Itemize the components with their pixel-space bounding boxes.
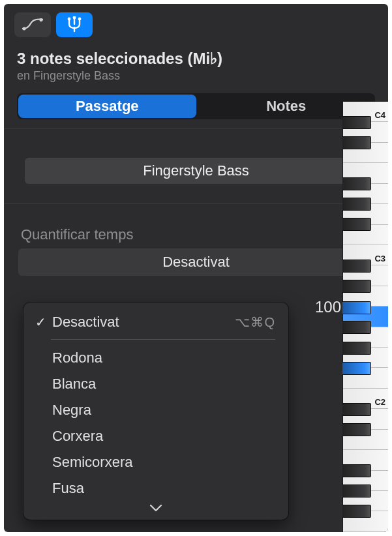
selection-subtitle: en Fingerstyle Bass (17, 69, 375, 83)
svg-point-4 (78, 18, 82, 21)
selection-title: 3 notes seleccionades (Mi♭) (17, 50, 375, 68)
quantize-select[interactable]: Desactivat (18, 248, 374, 276)
toolbar (4, 4, 388, 40)
quantize-value: Desactivat (162, 254, 230, 271)
strength-value: 100 (315, 298, 341, 316)
check-icon: ✓ (35, 314, 52, 330)
svg-point-2 (68, 18, 71, 21)
menu-shortcut: ⌥⌘Q (235, 314, 275, 330)
menu-item-corxera[interactable]: Corxera (23, 423, 288, 449)
quantize-label: Quantificar temps (18, 226, 374, 243)
svg-point-0 (23, 27, 26, 31)
midi-tool-button[interactable] (56, 12, 93, 37)
menu-item-rodona[interactable]: Rodona (23, 345, 288, 371)
passage-name-field[interactable]: Fingerstyle Bass (25, 158, 367, 184)
svg-point-3 (73, 16, 76, 19)
menu-item-negra[interactable]: Negra (23, 397, 288, 423)
inspector-tabs: Passatge Notes (17, 93, 375, 119)
piano-black-keys (342, 102, 388, 532)
automation-curve-button[interactable] (14, 12, 51, 37)
selection-header: 3 notes seleccionades (Mi♭) en Fingersty… (4, 40, 388, 87)
tab-passage[interactable]: Passatge (18, 95, 196, 118)
svg-point-1 (40, 18, 43, 22)
menu-more-icon[interactable] (23, 501, 288, 514)
menu-item-fusa[interactable]: Fusa (23, 475, 288, 501)
menu-item-semicorxera[interactable]: Semicorxera (23, 449, 288, 475)
quantize-dropdown: ✓ Desactivat ⌥⌘Q Rodona Blanca Negra Cor… (23, 303, 288, 520)
menu-item-desactivat[interactable]: ✓ Desactivat ⌥⌘Q (23, 309, 288, 335)
menu-item-blanca[interactable]: Blanca (23, 371, 288, 397)
